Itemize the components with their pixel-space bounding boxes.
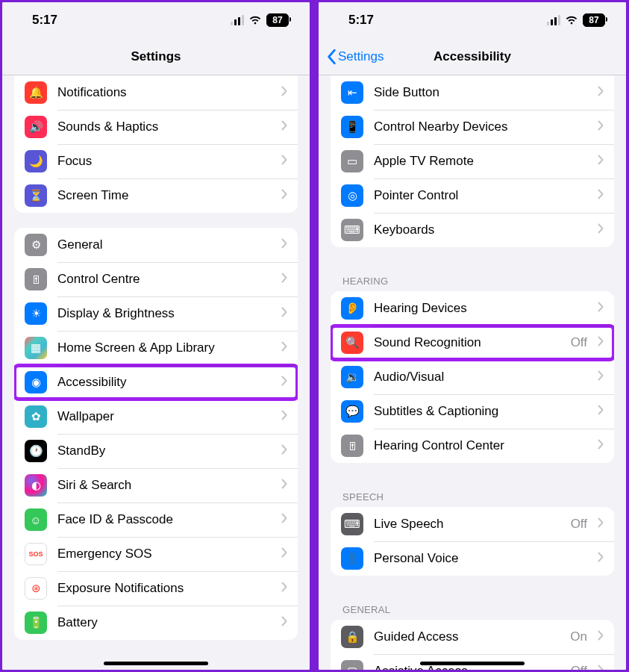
- virus-icon: ⊛: [25, 577, 47, 600]
- chevron-right-icon: [598, 517, 604, 531]
- settings-row[interactable]: ⇤Side Button: [331, 75, 614, 110]
- settings-row[interactable]: 👂Hearing Devices: [331, 291, 614, 326]
- chevron-right-icon: [281, 616, 287, 629]
- chevron-right-icon: [598, 120, 604, 134]
- group-physical: ⇤Side Button📱Control Nearby Devices▭Appl…: [331, 75, 614, 247]
- battery-icon: 🔋: [25, 612, 47, 634]
- bell-icon: 🔔: [25, 81, 47, 104]
- sidebutton-icon: ⇤: [341, 81, 363, 104]
- section-hearing: Hearing: [319, 262, 626, 291]
- back-button[interactable]: Settings: [326, 49, 384, 65]
- chevron-right-icon: [598, 370, 604, 384]
- settings-row[interactable]: 🎚Control Centre: [14, 262, 298, 296]
- accessibility-list[interactable]: ⇤Side Button📱Control Nearby Devices▭Appl…: [319, 75, 626, 670]
- faceid-icon: ☺︎: [25, 508, 47, 531]
- cellular-icon: [231, 15, 244, 25]
- settings-row[interactable]: 🎚Hearing Control Center: [331, 429, 614, 463]
- battery-icon: 87: [266, 13, 289, 27]
- settings-list[interactable]: 🔔Notifications🔊Sounds & Haptics🌙Focus⏳Sc…: [2, 75, 310, 670]
- row-label: Control Centre: [57, 272, 271, 287]
- settings-row[interactable]: ⌨︎Keyboards: [331, 213, 614, 247]
- row-label: Wallpaper: [57, 409, 271, 424]
- settings-row[interactable]: ✿Wallpaper: [14, 399, 298, 434]
- settings-row[interactable]: ⏳Screen Time: [14, 178, 298, 213]
- row-label: Exposure Notifications: [57, 581, 271, 596]
- settings-row[interactable]: SOSEmergency SOS: [14, 537, 298, 571]
- settings-row[interactable]: ⌨︎Live SpeechOff: [331, 507, 614, 541]
- settings-row[interactable]: ▭Apple TV Remote: [331, 144, 614, 178]
- settings-row[interactable]: ☀︎Display & Brightness: [14, 296, 298, 331]
- assistive-icon: ▢: [341, 660, 363, 670]
- settings-row[interactable]: ⚙︎General: [14, 228, 298, 262]
- chevron-right-icon: [598, 630, 604, 644]
- cellular-icon: [547, 15, 560, 25]
- cast-icon: 📱: [341, 116, 363, 138]
- chevron-right-icon: [281, 444, 287, 458]
- settings-row[interactable]: 🕐StandBy: [14, 434, 298, 468]
- row-label: Siri & Search: [57, 478, 271, 493]
- home-indicator[interactable]: [420, 662, 525, 665]
- row-label: Emergency SOS: [57, 547, 271, 561]
- chevron-right-icon: [281, 582, 287, 595]
- chevron-right-icon: [598, 86, 604, 99]
- chevron-right-icon: [281, 307, 287, 320]
- chevron-right-icon: [598, 336, 604, 349]
- home-indicator[interactable]: [104, 662, 208, 665]
- chevron-right-icon: [598, 552, 604, 565]
- section-speech: Speech: [319, 478, 626, 507]
- row-label: General: [57, 237, 271, 252]
- row-value: Off: [571, 664, 587, 670]
- settings-row[interactable]: ▦Home Screen & App Library: [14, 331, 298, 365]
- settings-row[interactable]: 👤Personal Voice: [331, 541, 614, 576]
- settings-row[interactable]: ⊛Exposure Notifications: [14, 571, 298, 606]
- settings-row[interactable]: ☺︎Face ID & Passcode: [14, 503, 298, 537]
- row-label: Apple TV Remote: [374, 154, 587, 169]
- remote-icon: ▭: [341, 150, 363, 172]
- chevron-right-icon: [281, 155, 287, 168]
- chevron-right-icon: [598, 155, 604, 168]
- row-label: Keyboards: [374, 223, 587, 237]
- row-value: Off: [571, 517, 587, 532]
- settings-row[interactable]: ◎Pointer Control: [331, 178, 614, 213]
- chevron-right-icon: [281, 513, 287, 526]
- settings-row[interactable]: 🔒Guided AccessOn: [331, 620, 614, 654]
- siri-icon: ◐: [25, 474, 47, 497]
- sos-icon: SOS: [25, 543, 47, 565]
- settings-row[interactable]: 🔍Sound RecognitionOff: [331, 326, 614, 360]
- row-label: Battery: [57, 615, 271, 630]
- settings-row[interactable]: 🌙Focus: [14, 144, 298, 178]
- row-label: Pointer Control: [374, 188, 587, 203]
- settings-row[interactable]: 🔔Notifications: [14, 75, 298, 110]
- settings-row[interactable]: ◐Siri & Search: [14, 468, 298, 503]
- status-bar: 5:17 87: [319, 2, 626, 38]
- settings-row[interactable]: 🔉Audio/Visual: [331, 360, 614, 394]
- soundrec-icon: 🔍: [341, 332, 363, 354]
- settings-screen: 5:17 87 Settings 🔔Notifications🔊Sounds &…: [0, 0, 312, 672]
- wifi-icon: [248, 15, 262, 25]
- settings-row[interactable]: 🔊Sounds & Haptics: [14, 110, 298, 144]
- row-label: Focus: [57, 154, 271, 169]
- settings-row[interactable]: ◉Accessibility: [14, 365, 298, 399]
- moon-icon: 🌙: [25, 150, 47, 172]
- chevron-right-icon: [281, 341, 287, 355]
- section-general: General: [319, 591, 626, 620]
- chevron-right-icon: [598, 439, 604, 452]
- settings-row[interactable]: 🔋Battery: [14, 606, 298, 640]
- row-value: Off: [571, 335, 587, 350]
- row-label: Live Speech: [374, 517, 560, 532]
- gear-icon: ⚙︎: [25, 234, 47, 256]
- row-label: Display & Brightness: [57, 306, 271, 321]
- audiovisual-icon: 🔉: [341, 366, 363, 388]
- settings-row[interactable]: 💬Subtitles & Captioning: [331, 394, 614, 429]
- row-label: Accessibility: [57, 375, 271, 390]
- chevron-right-icon: [281, 189, 287, 202]
- row-label: Audio/Visual: [374, 370, 587, 385]
- chevron-right-icon: [281, 547, 287, 561]
- settings-row[interactable]: 📱Control Nearby Devices: [331, 110, 614, 144]
- chevron-right-icon: [281, 120, 287, 134]
- accessibility-screen: 5:17 87 Settings Accessibility ⇤Side But…: [316, 0, 628, 672]
- chevron-right-icon: [598, 665, 604, 670]
- nav-bar: Settings: [2, 38, 310, 75]
- subtitles-icon: 💬: [341, 400, 363, 423]
- row-label: Side Button: [374, 85, 587, 100]
